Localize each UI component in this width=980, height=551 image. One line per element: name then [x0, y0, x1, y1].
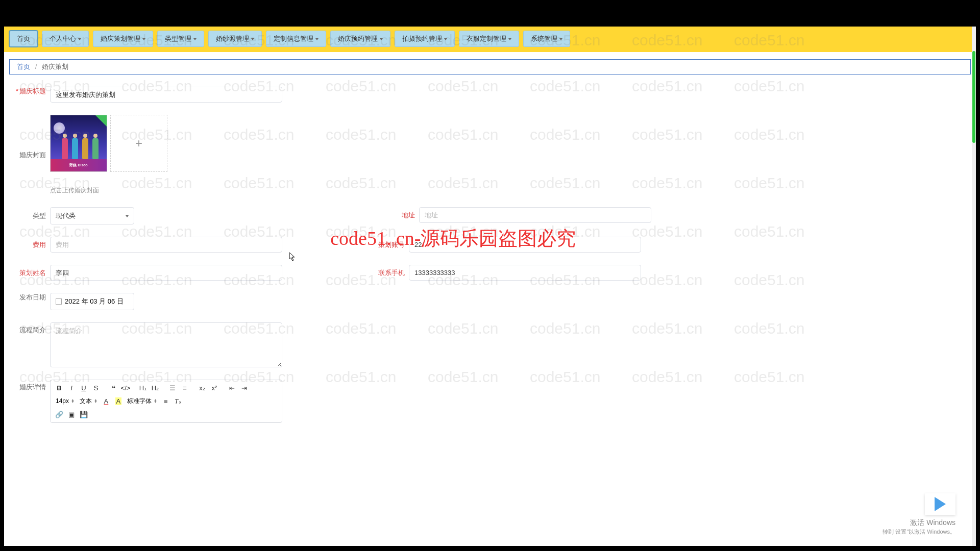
h2-icon[interactable]: H₂ [150, 382, 161, 393]
unordered-list-icon[interactable]: ≡ [179, 382, 190, 393]
process-textarea[interactable] [50, 322, 282, 367]
upload-add-button[interactable]: + [110, 115, 167, 172]
chevron-down-icon [142, 38, 145, 40]
ordered-list-icon[interactable]: ☰ [167, 382, 178, 393]
nav-item-1[interactable]: 个人中心 [42, 31, 89, 47]
calendar-icon [56, 298, 62, 305]
plus-icon: + [135, 136, 142, 151]
code-icon[interactable]: </> [120, 382, 131, 393]
text-type-select[interactable]: 文本 ▲▼ [78, 395, 100, 407]
video-play-button[interactable] [925, 493, 955, 515]
address-input[interactable] [419, 207, 651, 223]
breadcrumb-sep: / [35, 63, 37, 70]
activate-windows: 激活 Windows 转到"设置"以激活 Windows。 [883, 518, 956, 536]
type-label: 类型 [9, 211, 50, 220]
rich-editor[interactable]: B I U S ❝ </> H₁ H₂ ☰ ≡ x₂ x² [50, 380, 282, 423]
align-icon[interactable]: ≡ [160, 395, 172, 407]
phone-label: 联系手机 [369, 268, 409, 278]
nav-item-2[interactable]: 婚庆策划管理 [93, 31, 153, 47]
save-icon[interactable]: 💾 [78, 409, 89, 420]
cover-label: 婚庆封面 [9, 151, 50, 160]
indent-icon[interactable]: ⇥ [238, 382, 250, 393]
fee-label: 费用 [9, 240, 50, 249]
image-icon[interactable]: ▣ [66, 409, 77, 420]
phone-input[interactable] [409, 265, 641, 281]
h1-icon[interactable]: H₁ [137, 382, 149, 393]
chevron-down-icon [444, 38, 447, 40]
chevron-down-icon [126, 215, 129, 217]
chevron-down-icon [78, 38, 81, 40]
chevron-down-icon [315, 38, 318, 40]
nav-item-4[interactable]: 婚纱照管理 [208, 31, 262, 47]
nav-item-8[interactable]: 衣服定制管理 [459, 31, 519, 47]
nav-item-7[interactable]: 拍摄预约管理 [395, 31, 455, 47]
plan-acct-label: 策划账号 [369, 240, 409, 249]
title-input[interactable] [50, 87, 282, 103]
editor-toolbar: B I U S ❝ </> H₁ H₂ ☰ ≡ x₂ x² [51, 380, 282, 422]
chevron-down-icon [559, 38, 562, 40]
quote-icon[interactable]: ❝ [108, 382, 119, 393]
publish-date-input[interactable]: 2022 年 03 月 06 日 [50, 293, 134, 310]
top-nav: 首页个人中心婚庆策划管理类型管理婚纱照管理定制信息管理婚庆预约管理拍摄预约管理衣… [4, 27, 976, 52]
clear-format-icon[interactable]: Tₓ [173, 395, 184, 407]
nav-item-6[interactable]: 婚庆预约管理 [330, 31, 390, 47]
type-select[interactable]: 现代类 [50, 207, 134, 224]
nav-item-5[interactable]: 定制信息管理 [266, 31, 326, 47]
vertical-scrollbar[interactable] [972, 27, 976, 546]
plan-acct-input[interactable] [409, 237, 641, 253]
cover-hint: 点击上传婚庆封面 [50, 186, 167, 195]
text-color-icon[interactable]: A [101, 395, 112, 407]
breadcrumb: 首页 / 婚庆策划 [9, 59, 971, 74]
chevron-down-icon [508, 38, 511, 40]
nav-item-3[interactable]: 类型管理 [157, 31, 204, 47]
play-icon [935, 497, 946, 511]
underline-icon[interactable]: U [78, 382, 89, 393]
outdent-icon[interactable]: ⇤ [226, 382, 237, 393]
title-label: *婚庆标题 [9, 87, 50, 96]
chevron-down-icon [380, 38, 383, 40]
link-icon[interactable]: 🔗 [54, 409, 65, 420]
breadcrumb-current: 婚庆策划 [42, 63, 68, 70]
italic-icon[interactable]: I [66, 382, 77, 393]
publish-date-label: 发布日期 [9, 293, 50, 302]
detail-label: 婚庆详情 [9, 380, 50, 392]
cover-thumbnail[interactable]: 野狼 Disco [50, 115, 107, 172]
fee-input[interactable] [50, 237, 282, 253]
chevron-down-icon [193, 38, 197, 40]
superscript-icon[interactable]: x² [209, 382, 220, 393]
plan-name-label: 策划姓名 [9, 268, 50, 278]
bold-icon[interactable]: B [54, 382, 65, 393]
plan-name-input[interactable] [50, 265, 282, 281]
subscript-icon[interactable]: x₂ [197, 382, 208, 393]
process-label: 流程简介 [9, 322, 50, 335]
font-family-select[interactable]: 标准字体 ▲▼ [125, 395, 159, 407]
bg-color-icon[interactable]: A [113, 395, 124, 407]
nav-item-9[interactable]: 系统管理 [523, 31, 570, 47]
chevron-down-icon [251, 38, 254, 40]
breadcrumb-home[interactable]: 首页 [17, 63, 30, 70]
nav-item-0[interactable]: 首页 [9, 31, 38, 47]
address-label: 地址 [379, 211, 419, 220]
strike-icon[interactable]: S [90, 382, 102, 393]
font-size-select[interactable]: 14px ▲▼ [54, 395, 77, 407]
